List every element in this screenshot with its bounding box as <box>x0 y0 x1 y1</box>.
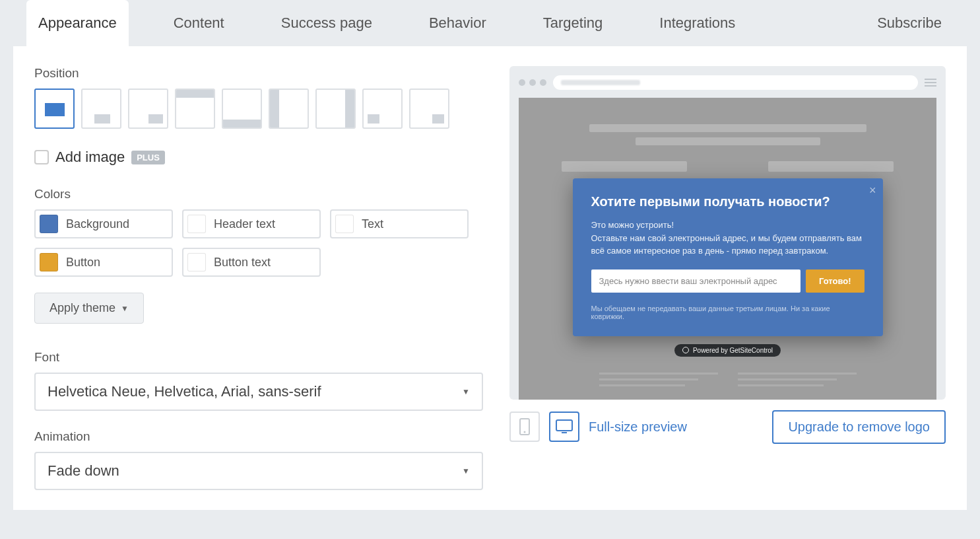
position-bottom-right-small[interactable] <box>409 89 449 129</box>
position-right-panel[interactable] <box>315 89 356 129</box>
color-swatch-text <box>335 215 354 233</box>
powered-by-badge: Powered by GetSiteControl <box>674 344 781 357</box>
color-swatch-background <box>40 215 58 233</box>
position-bottom-bar[interactable] <box>222 89 262 129</box>
popup-title: Хотите первыми получать новости? <box>591 194 865 209</box>
colors-label: Colors <box>34 187 483 201</box>
color-label-button: Button <box>66 256 100 270</box>
popup-email-input[interactable] <box>591 270 800 293</box>
color-text[interactable]: Text <box>330 209 469 238</box>
add-image-checkbox[interactable] <box>34 150 49 164</box>
color-background[interactable]: Background <box>34 209 173 238</box>
position-label: Position <box>34 66 483 81</box>
traffic-lights-icon <box>519 79 546 86</box>
color-label-text: Text <box>362 217 383 231</box>
hamburger-icon <box>925 79 936 87</box>
popup-submit-button[interactable]: Готово! <box>806 270 865 293</box>
tab-subscribe[interactable]: Subscribe <box>865 0 954 46</box>
tab-integrations[interactable]: Integrations <box>647 0 747 46</box>
font-select[interactable]: Helvetica Neue, Helvetica, Arial, sans-s… <box>34 373 483 411</box>
tab-targeting[interactable]: Targeting <box>531 0 615 46</box>
tab-appearance[interactable]: Appearance <box>26 0 129 46</box>
popup-text: Это можно устроить! Оставьте нам свой эл… <box>591 219 865 258</box>
position-bottom-left-small[interactable] <box>362 89 403 129</box>
apply-theme-label: Apply theme <box>49 301 115 315</box>
preview-browser: × Хотите первыми получать новости? Это м… <box>509 66 946 400</box>
color-label-background: Background <box>66 217 129 231</box>
popup-close-icon[interactable]: × <box>869 184 876 198</box>
color-swatch-button-text <box>187 253 206 271</box>
font-label: Font <box>34 350 483 365</box>
svg-rect-3 <box>562 432 567 433</box>
font-selected-value: Helvetica Neue, Helvetica, Arial, sans-s… <box>48 383 321 400</box>
color-header-text[interactable]: Header text <box>182 209 321 238</box>
color-swatch-button <box>40 253 58 271</box>
caret-down-icon: ▼ <box>462 466 470 476</box>
tab-behavior[interactable]: Behavior <box>417 0 498 46</box>
device-desktop-button[interactable] <box>549 412 579 442</box>
caret-down-icon: ▼ <box>462 387 470 396</box>
position-top-bar[interactable] <box>175 89 215 129</box>
position-bottom-right[interactable] <box>128 89 168 129</box>
logo-icon <box>682 347 689 353</box>
position-bottom-center[interactable] <box>81 89 121 129</box>
color-button-text[interactable]: Button text <box>182 248 321 277</box>
position-options <box>34 89 483 129</box>
plus-badge: PLUS <box>131 151 165 164</box>
full-size-preview-link[interactable]: Full-size preview <box>589 419 687 435</box>
color-button[interactable]: Button <box>34 248 173 277</box>
device-mobile-button[interactable] <box>509 412 540 442</box>
tab-success-page[interactable]: Success page <box>269 0 384 46</box>
preview-urlbar <box>553 75 918 90</box>
desktop-icon <box>555 419 573 435</box>
popup-footer-text: Мы обещаем не передавать ваши данные тре… <box>591 305 865 320</box>
color-label-header-text: Header text <box>214 217 275 231</box>
apply-theme-button[interactable]: Apply theme ▼ <box>34 293 144 324</box>
color-label-button-text: Button text <box>214 256 271 270</box>
caret-down-icon: ▼ <box>121 304 129 313</box>
color-swatch-header-text <box>187 215 206 233</box>
svg-rect-2 <box>556 420 572 431</box>
animation-selected-value: Fade down <box>48 462 119 480</box>
animation-label: Animation <box>34 429 483 444</box>
position-center[interactable] <box>34 89 75 129</box>
tabs-bar: Appearance Content Success page Behavior… <box>13 0 967 46</box>
tab-content[interactable]: Content <box>162 0 236 46</box>
svg-point-1 <box>524 431 526 433</box>
preview-popup: × Хотите первыми получать новости? Это м… <box>573 178 883 336</box>
mobile-icon <box>519 418 530 435</box>
animation-select[interactable]: Fade down ▼ <box>34 452 483 490</box>
upgrade-button[interactable]: Upgrade to remove logo <box>772 410 946 444</box>
position-left-panel[interactable] <box>269 89 309 129</box>
add-image-label: Add image <box>55 149 125 166</box>
